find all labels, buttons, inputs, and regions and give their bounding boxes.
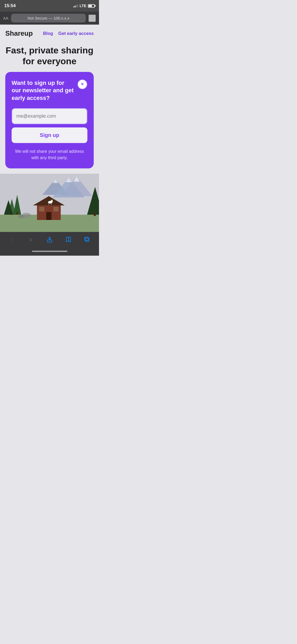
svg-rect-12 bbox=[53, 207, 59, 211]
browser-url-text: Not Secure — 100.x.x.x bbox=[27, 16, 69, 20]
svg-rect-10 bbox=[46, 212, 51, 220]
svg-rect-31 bbox=[86, 238, 89, 241]
svg-point-23 bbox=[51, 200, 53, 202]
hero-title: Fast, private sharing for everyone bbox=[5, 45, 94, 67]
svg-rect-17 bbox=[11, 213, 12, 215]
home-indicator bbox=[0, 247, 99, 256]
blog-link[interactable]: Blog bbox=[43, 31, 53, 36]
share-button[interactable] bbox=[43, 234, 56, 245]
status-right: LTE bbox=[73, 4, 95, 8]
modal-disclaimer: We will not share your email address wit… bbox=[12, 148, 87, 161]
browser-toolbar: ‹ › bbox=[0, 232, 99, 247]
home-bar bbox=[32, 251, 67, 252]
battery-fill bbox=[89, 5, 92, 7]
signal-bars bbox=[73, 4, 78, 7]
status-time: 15:54 bbox=[4, 3, 16, 8]
back-button[interactable]: ‹ bbox=[6, 234, 19, 245]
hero-section: Fast, private sharing for everyone bbox=[0, 42, 99, 72]
svg-rect-32 bbox=[85, 237, 88, 241]
scene-illustration bbox=[0, 174, 99, 232]
tabs-icon bbox=[84, 237, 90, 242]
book-icon bbox=[65, 236, 71, 243]
battery-icon bbox=[88, 4, 95, 8]
browser-reload-button[interactable]: ↺ bbox=[88, 15, 96, 22]
bookmarks-button[interactable] bbox=[62, 234, 75, 245]
lte-label: LTE bbox=[80, 4, 86, 8]
close-icon: × bbox=[78, 80, 87, 89]
svg-rect-19 bbox=[94, 213, 96, 216]
early-access-link[interactable]: Get early access bbox=[58, 31, 94, 36]
svg-line-27 bbox=[51, 204, 51, 205]
back-icon: ‹ bbox=[11, 235, 13, 244]
svg-line-26 bbox=[49, 204, 49, 205]
browser-aa[interactable]: AA bbox=[3, 16, 8, 20]
modal-container: Want to sign up for our newsletter and g… bbox=[5, 72, 94, 169]
share-icon bbox=[47, 236, 53, 243]
status-bar: 15:54 LTE bbox=[0, 0, 99, 12]
signal-bar-4 bbox=[77, 4, 78, 7]
tabs-button[interactable] bbox=[81, 234, 94, 245]
signal-bar-1 bbox=[73, 6, 74, 7]
illustration-area bbox=[0, 174, 99, 232]
signal-bar-3 bbox=[76, 5, 77, 7]
browser-bar: AA Not Secure — 100.x.x.x ↺ bbox=[0, 12, 99, 25]
modal-close-button[interactable]: × bbox=[77, 79, 87, 89]
page-content: Shareup Blog Get early access Fast, priv… bbox=[0, 25, 99, 232]
modal-header: Want to sign up for our newsletter and g… bbox=[12, 79, 87, 102]
svg-rect-11 bbox=[39, 207, 44, 211]
email-input[interactable] bbox=[12, 108, 87, 124]
browser-url-bar[interactable]: Not Secure — 100.x.x.x bbox=[11, 14, 86, 22]
signal-bar-2 bbox=[75, 6, 76, 7]
forward-button[interactable]: › bbox=[24, 234, 37, 245]
brand-logo: Shareup bbox=[5, 29, 38, 38]
modal-title: Want to sign up for our newsletter and g… bbox=[12, 79, 77, 102]
signup-button[interactable]: Sign up bbox=[12, 127, 87, 143]
forward-icon: › bbox=[30, 235, 32, 244]
svg-rect-16 bbox=[16, 212, 18, 215]
svg-point-21 bbox=[18, 215, 24, 218]
navbar: Shareup Blog Get early access bbox=[0, 25, 99, 42]
newsletter-modal: Want to sign up for our newsletter and g… bbox=[5, 72, 94, 169]
